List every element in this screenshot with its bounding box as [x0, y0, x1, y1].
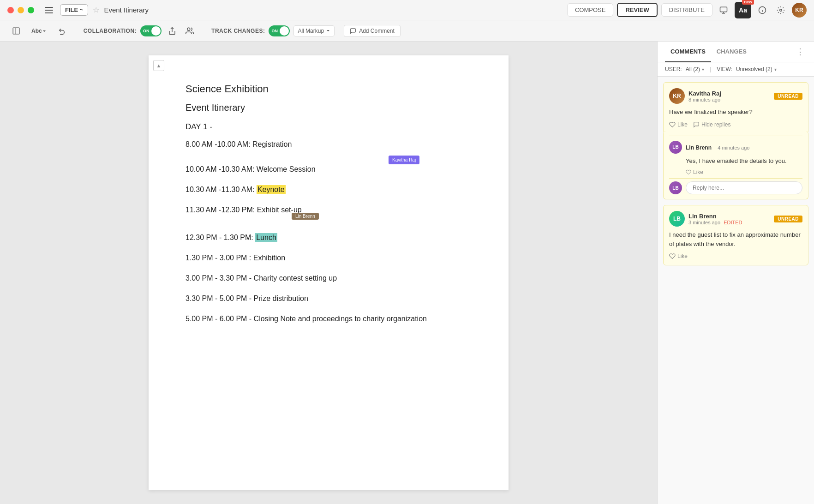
comment-2-edited: EDITED: [724, 220, 742, 225]
user-filter-dropdown[interactable]: All (2) ▾: [686, 66, 704, 72]
schedule-item: 10.30 AM -11.30 AM: Keynote: [186, 184, 472, 195]
track-changes-section: TRACK CHANGES: ON All Markup: [211, 25, 335, 36]
screen-icon-button[interactable]: [716, 3, 731, 18]
collaboration-label: COLLABORATION:: [84, 28, 137, 34]
comment-1-main: KR Kavitha Raj 8 minutes ago UNREAD Have…: [663, 82, 808, 134]
day-header: DAY 1 -: [186, 122, 472, 132]
reply-1-author: Lin Brenn: [686, 144, 712, 151]
titlebar-actions: COMPOSE REVIEW DISTRIBUTE Aa new KR: [567, 2, 807, 18]
comment-1-avatar: KR: [669, 88, 685, 104]
track-changes-toggle[interactable]: ON: [269, 25, 290, 36]
hamburger-icon: [45, 10, 53, 11]
schedule-item: 8.00 AM -10.00 AM: Registration: [186, 139, 472, 150]
comment-2-author: Lin Brenn: [688, 213, 770, 220]
review-button[interactable]: REVIEW: [617, 3, 657, 17]
comment-1-author: Kavitha Raj: [688, 90, 770, 97]
comments-sidebar: COMMENTS CHANGES ⋮ USER: All (2) ▾ | VIE…: [657, 42, 814, 504]
tab-changes[interactable]: CHANGES: [711, 42, 752, 62]
schedule-item: Kavitha Raj 10.00 AM -10.30 AM: Welcome …: [186, 159, 472, 175]
traffic-light-green[interactable]: [28, 7, 34, 13]
favorite-icon[interactable]: ☆: [93, 6, 99, 14]
titlebar: FILE ~ ☆ Event Itinerary COMPOSE REVIEW …: [0, 0, 814, 20]
settings-icon-button[interactable]: [773, 3, 788, 18]
svg-rect-0: [720, 7, 727, 12]
comment-1-text: Have we finalized the speaker?: [669, 108, 802, 117]
collaboration-toggle[interactable]: ON: [140, 25, 162, 36]
comment-1-hide-replies-button[interactable]: Hide replies: [693, 121, 730, 128]
document-title: Event Itinerary: [104, 6, 149, 14]
document-area: ▲ Science Exhibition Event Itinerary DAY…: [0, 42, 657, 504]
main-layout: ▲ Science Exhibition Event Itinerary DAY…: [0, 42, 814, 504]
highlighted-text: Keynote: [257, 185, 286, 194]
user-avatar[interactable]: KR: [792, 3, 807, 18]
reply-1-time: 4 minutes ago: [718, 145, 749, 150]
user-filter-label: USER:: [665, 66, 682, 72]
comment-2-meta: Lin Brenn 3 minutes ago EDITED: [688, 213, 770, 225]
comment-1-time: 8 minutes ago: [688, 97, 770, 102]
document-content: Science Exhibition Event Itinerary DAY 1…: [186, 83, 472, 324]
comment-1-header: KR Kavitha Raj 8 minutes ago UNREAD: [669, 88, 802, 104]
sidebar-more-button[interactable]: ⋮: [794, 45, 807, 58]
comment-2-unread-badge: UNREAD: [774, 216, 802, 222]
schedule-item: 5.00 PM - 6.00 PM - Closing Note and pro…: [186, 313, 472, 324]
comment-2-time: 3 minutes ago EDITED: [688, 220, 770, 225]
reply-1-meta: Lin Brenn 4 minutes ago: [686, 143, 749, 151]
schedule-item: 1.30 PM - 3.00 PM : Exhibition: [186, 252, 472, 264]
sidebar-tabs: COMMENTS CHANGES ⋮: [658, 42, 814, 62]
highlighted-text-teal: Lunch: [255, 233, 277, 242]
svg-point-8: [187, 28, 190, 30]
document-main-title: Science Exhibition: [186, 83, 472, 95]
comment-2-like-button[interactable]: Like: [669, 253, 688, 259]
schedule-item: 3.00 PM - 3.30 PM - Charity contest sett…: [186, 273, 472, 284]
undo-button[interactable]: [55, 24, 69, 38]
reply-1-like-button[interactable]: Like: [669, 169, 703, 175]
traffic-light-yellow[interactable]: [18, 7, 24, 13]
add-comment-button[interactable]: Add Comment: [344, 25, 401, 37]
comment-2-text: I need the guest list to fix an approxim…: [669, 230, 802, 248]
comment-1-meta: Kavitha Raj 8 minutes ago: [688, 90, 770, 102]
spell-check-button[interactable]: Abc: [29, 24, 49, 38]
comment-1-reply-inner: LB Lin Brenn 4 minutes ago Yes, I have e…: [669, 136, 802, 195]
hamburger-icon: [45, 12, 53, 13]
hamburger-icon: [45, 7, 53, 8]
document-subtitle: Event Itinerary: [186, 102, 472, 113]
compose-button[interactable]: COMPOSE: [567, 3, 613, 17]
reply-1-text: Yes, I have emailed the details to you.: [669, 156, 802, 166]
collapse-button[interactable]: ▲: [153, 60, 164, 71]
file-button[interactable]: FILE ~: [60, 4, 88, 16]
info-icon-button[interactable]: [755, 3, 770, 18]
new-badge: new: [742, 0, 754, 5]
collab-users-button[interactable]: [183, 24, 197, 38]
svg-rect-5: [13, 28, 19, 34]
comment-1-actions: Like Hide replies: [669, 121, 802, 128]
track-changes-label: TRACK CHANGES:: [211, 28, 265, 34]
reply-input-avatar: LB: [669, 181, 682, 194]
traffic-light-red[interactable]: [7, 7, 14, 13]
schedule-item: 3.30 PM - 5.00 PM - Prize distribution: [186, 293, 472, 304]
ai-button[interactable]: Aa new: [735, 2, 751, 18]
collab-share-button[interactable]: [165, 24, 179, 38]
toolbar: Abc COLLABORATION: ON T: [0, 20, 814, 42]
collaboration-section: COLLABORATION: ON: [84, 24, 197, 38]
schedule-item: 11.30 AM -12.30 PM: Exhibit set-up Lin B…: [186, 204, 472, 219]
comment-tag-kavitha[interactable]: Kavitha Raj: [389, 156, 419, 164]
comment-2-avatar: LB: [669, 211, 685, 227]
sidebar-toggle-button[interactable]: [9, 24, 23, 38]
reply-input-field[interactable]: [686, 181, 802, 194]
document-paper: ▲ Science Exhibition Event Itinerary DAY…: [149, 55, 509, 490]
markup-select[interactable]: All Markup: [293, 25, 335, 36]
reply-1-header: LB Lin Brenn 4 minutes ago: [669, 141, 802, 154]
comment-2-actions: Like: [669, 253, 802, 259]
view-filter-dropdown[interactable]: Unresolved (2) ▾: [736, 66, 777, 72]
user-filter-chevron: ▾: [702, 67, 704, 72]
distribute-button[interactable]: DISTRIBUTE: [661, 3, 712, 17]
schedule-item: 12.30 PM - 1.30 PM: Lunch: [186, 228, 472, 243]
view-filter-label: VIEW:: [717, 66, 732, 72]
tab-comments[interactable]: COMMENTS: [665, 42, 711, 62]
comment-tag-linbrenn[interactable]: Lin Brenn: [292, 213, 319, 220]
reply-1-avatar: LB: [669, 141, 682, 154]
hamburger-button[interactable]: [42, 3, 56, 18]
comment-card-1: KR Kavitha Raj 8 minutes ago UNREAD Have…: [663, 82, 808, 199]
comment-1-like-button[interactable]: Like: [669, 121, 688, 128]
comment-1-reply-card: LB Lin Brenn 4 minutes ago Yes, I have e…: [663, 131, 808, 200]
